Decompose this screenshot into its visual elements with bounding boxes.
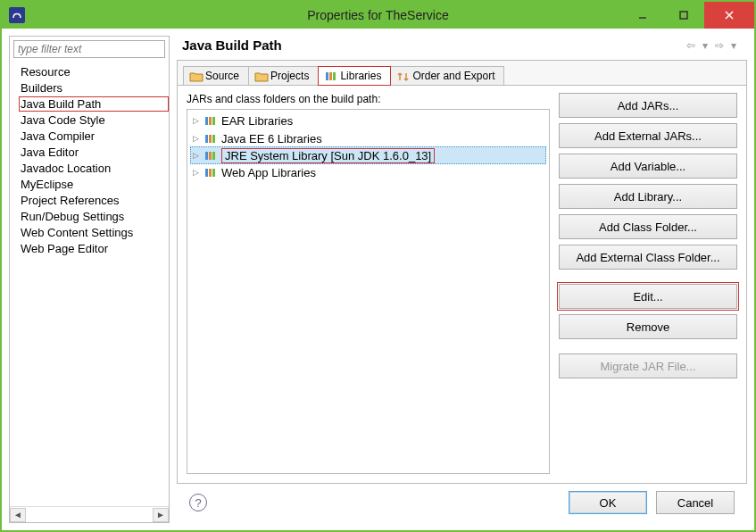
sidebar-item-builders[interactable]: Builders <box>19 80 169 96</box>
back-menu-icon[interactable]: ▾ <box>701 39 710 52</box>
sidebar-item-java-editor[interactable]: Java Editor <box>19 145 169 160</box>
tree-item-web-app-libraries[interactable]: ▷ Web App Libraries <box>187 163 549 181</box>
build-path-label: JARs and class folders on the build path… <box>187 93 550 105</box>
tab-label: Libraries <box>340 70 381 82</box>
main-panel: Java Build Path ⇦▾ ⇨▾ Source Projects <box>177 36 747 523</box>
svg-rect-16 <box>205 169 208 177</box>
titlebar: Properties for TheService <box>2 2 754 29</box>
expander-icon[interactable]: ▷ <box>191 151 200 160</box>
tab-body: JARs and class folders on the build path… <box>178 86 746 483</box>
sidebar-item-myeclipse[interactable]: MyEclipse <box>19 177 169 192</box>
tree-item-label: Web App Libraries <box>221 166 316 179</box>
minimize-button[interactable] <box>622 2 663 29</box>
tree-item-label: JRE System Library [Sun JDK 1.6.0_13] <box>221 148 435 163</box>
cancel-button[interactable]: Cancel <box>656 491 735 514</box>
svg-rect-5 <box>329 72 332 80</box>
tree-item-label: EAR Libraries <box>221 114 293 128</box>
tabs-container: Source Projects Libraries Order and Expo… <box>177 60 747 484</box>
svg-rect-4 <box>326 72 328 80</box>
sidebar-item-web-content-settings[interactable]: Web Content Settings <box>19 225 169 240</box>
help-icon[interactable]: ? <box>189 494 207 511</box>
svg-rect-13 <box>205 152 208 160</box>
sidebar-item-java-build-path[interactable]: Java Build Path <box>19 96 169 112</box>
window-controls <box>622 2 754 29</box>
sidebar-item-resource[interactable]: Resource <box>19 64 169 79</box>
close-button[interactable] <box>704 2 754 29</box>
add-external-class-folder-button[interactable]: Add External Class Folder... <box>559 245 737 270</box>
filter-input[interactable] <box>13 40 165 58</box>
tree-item-javaee6[interactable]: ▷ Java EE 6 Libraries <box>187 129 549 147</box>
add-external-jars-button[interactable]: Add External JARs... <box>559 123 737 148</box>
order-icon <box>396 71 409 81</box>
library-icon <box>204 149 218 162</box>
forward-icon[interactable]: ⇨ <box>713 39 726 52</box>
edit-button[interactable]: Edit... <box>559 284 737 309</box>
page-title: Java Build Path <box>182 37 282 53</box>
tree-item-label: Java EE 6 Libraries <box>221 132 322 145</box>
sidebar-item-java-compiler[interactable]: Java Compiler <box>19 129 169 144</box>
tab-label: Projects <box>270 70 309 82</box>
tab-libraries[interactable]: Libraries <box>318 66 391 86</box>
add-variable-button[interactable]: Add Variable... <box>559 154 737 179</box>
svg-rect-8 <box>209 117 212 125</box>
svg-rect-10 <box>205 135 208 143</box>
svg-rect-15 <box>212 152 215 160</box>
add-library-button[interactable]: Add Library... <box>559 184 737 209</box>
ok-button[interactable]: OK <box>569 491 647 514</box>
library-icon <box>204 132 218 145</box>
dialog-content: Resource Builders Java Build Path Java C… <box>2 29 754 530</box>
filter-box <box>13 40 165 58</box>
expander-icon[interactable]: ▷ <box>191 168 200 177</box>
nav-arrows: ⇦▾ ⇨▾ <box>685 39 738 52</box>
library-icon <box>204 114 218 127</box>
forward-menu-icon[interactable]: ▾ <box>729 39 738 52</box>
expander-icon[interactable]: ▷ <box>191 116 200 125</box>
tab-label: Source <box>205 70 239 82</box>
app-icon <box>9 7 25 23</box>
svg-rect-11 <box>209 135 212 143</box>
add-jars-button[interactable]: Add JARs... <box>559 93 737 118</box>
sidebar-scrollbar[interactable]: ◄ ► <box>10 506 169 522</box>
sidebar-item-javadoc-location[interactable]: Javadoc Location <box>19 161 169 176</box>
tab-label: Order and Export <box>412 70 494 82</box>
dialog-footer: ? OK Cancel <box>177 484 747 523</box>
properties-window: Properties for TheService Resource Build… <box>0 0 756 532</box>
category-list: Resource Builders Java Build Path Java C… <box>10 62 169 506</box>
button-column: Add JARs... Add External JARs... Add Var… <box>559 93 737 474</box>
svg-rect-9 <box>212 117 215 125</box>
sidebar-item-java-code-style[interactable]: Java Code Style <box>19 112 169 128</box>
sidebar-item-project-references[interactable]: Project References <box>19 193 169 208</box>
category-sidebar: Resource Builders Java Build Path Java C… <box>9 36 170 523</box>
libraries-icon <box>324 71 336 81</box>
library-icon <box>204 166 218 179</box>
sidebar-item-run-debug-settings[interactable]: Run/Debug Settings <box>19 209 169 224</box>
tab-source[interactable]: Source <box>183 66 249 85</box>
migrate-jar-button: Migrate JAR File... <box>559 353 737 378</box>
svg-rect-17 <box>209 169 212 177</box>
source-icon <box>189 71 202 81</box>
svg-rect-12 <box>212 135 215 143</box>
tree-item-jre-system-library[interactable]: ▷ JRE System Library [Sun JDK 1.6.0_13] <box>190 146 546 164</box>
add-class-folder-button[interactable]: Add Class Folder... <box>559 214 737 239</box>
back-icon[interactable]: ⇦ <box>685 39 697 52</box>
projects-icon <box>254 71 267 81</box>
tab-bar: Source Projects Libraries Order and Expo… <box>178 61 746 86</box>
svg-rect-1 <box>680 12 687 19</box>
scroll-right-icon[interactable]: ► <box>153 508 169 522</box>
remove-button[interactable]: Remove <box>559 314 737 339</box>
svg-rect-18 <box>212 169 215 177</box>
main-header: Java Build Path ⇦▾ ⇨▾ <box>177 36 747 60</box>
tree-item-ear-libraries[interactable]: ▷ EAR Libraries <box>187 112 549 129</box>
svg-rect-14 <box>209 152 212 160</box>
tab-order-export[interactable]: Order and Export <box>390 66 504 85</box>
expander-icon[interactable]: ▷ <box>191 134 200 143</box>
maximize-button[interactable] <box>663 2 704 29</box>
tab-projects[interactable]: Projects <box>248 66 319 85</box>
svg-rect-6 <box>333 72 336 80</box>
library-tree[interactable]: ▷ EAR Libraries ▷ Java EE 6 Libraries ▷ <box>187 109 550 474</box>
sidebar-item-web-page-editor[interactable]: Web Page Editor <box>19 241 169 256</box>
svg-rect-7 <box>205 117 208 125</box>
scroll-left-icon[interactable]: ◄ <box>10 508 26 522</box>
tree-column: JARs and class folders on the build path… <box>187 93 550 474</box>
